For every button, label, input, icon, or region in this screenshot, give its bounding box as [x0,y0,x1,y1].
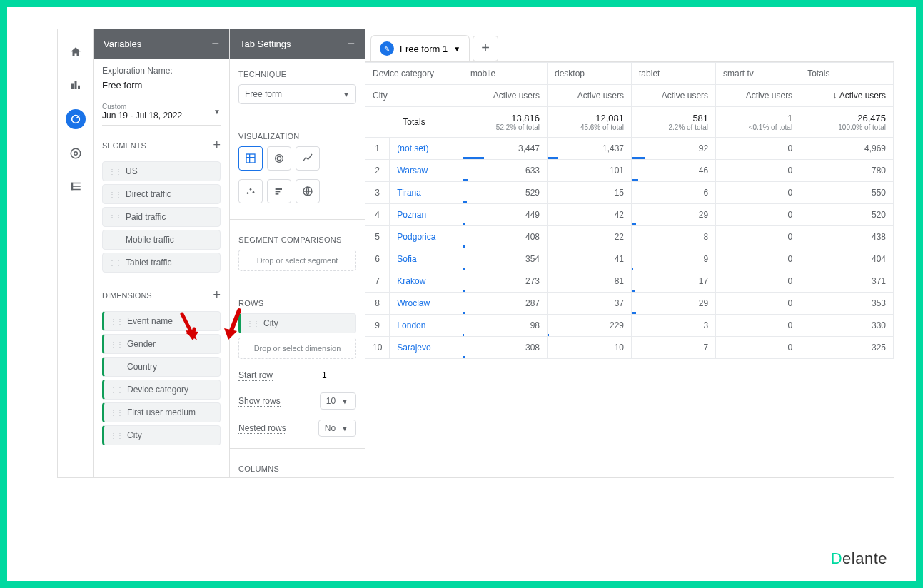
table-row[interactable]: 7Krakow27381170371 [365,270,894,293]
col-mobile[interactable]: mobile [463,63,547,85]
col-tablet[interactable]: tablet [632,63,716,85]
svg-rect-18 [276,188,282,190]
data-table: Device category mobile desktop tablet sm… [365,62,894,359]
svg-rect-19 [276,191,281,192]
dimension-chip[interactable]: ⋮⋮Gender [102,334,221,354]
table-row[interactable]: 10Sarajevo3081070325 [365,337,894,359]
exploration-name-value[interactable]: Free form [102,80,221,91]
segment-chip[interactable]: ⋮⋮Mobile traffic [102,230,221,250]
columns-label: COLUMNS [238,465,356,473]
table-row[interactable]: 8Wroclaw28737290353 [365,293,894,315]
variables-header: Variables − [94,29,229,59]
add-segment-button[interactable]: + [213,138,221,153]
segment-chip[interactable]: ⋮⋮US [102,161,221,181]
collapse-settings-icon[interactable]: − [347,36,355,51]
svg-rect-1 [74,81,76,89]
app-container: Variables − Exploration Name: Free form … [57,29,894,478]
tab-name: Free form 1 [400,44,448,54]
collapse-variables-icon[interactable]: − [211,36,219,51]
nav-explore-icon[interactable] [66,109,86,129]
seg-comp-label: SEGMENT COMPARISONS [238,235,356,244]
tab-freeform1[interactable]: ✎ Free form 1 ▼ [370,35,470,61]
technique-select[interactable]: Free form ▼ [238,84,356,104]
nested-rows-label: Nested rows [238,423,286,434]
nav-configure-icon[interactable] [67,178,84,195]
col-desktop[interactable]: desktop [547,63,631,85]
table-row[interactable]: 1(not set)3,4471,4379204,969 [365,138,894,160]
variables-panel: Variables − Exploration Name: Free form … [94,29,229,477]
totals-row: Totals13,81652.2% of total12,08145.6% of… [365,107,894,138]
table-row[interactable]: 9London9822930330 [365,315,894,337]
header-device-category: Device category [365,63,463,85]
dimension-chip[interactable]: ⋮⋮City [102,425,221,445]
show-rows-label: Show rows [238,396,281,407]
edit-tab-icon[interactable]: ✎ [380,41,394,56]
svg-rect-9 [71,183,73,191]
table-row[interactable]: 2Warsaw633101460780 [365,160,894,182]
col-totals[interactable]: Totals [800,63,894,85]
settings-header: Tab Settings − [230,29,365,59]
viz-geo-icon[interactable] [296,179,320,203]
nav-advertising-icon[interactable] [67,145,84,162]
date-range-label: Custom [102,103,182,111]
left-nav [58,29,94,477]
visualization-label: VISUALIZATION [238,132,356,141]
rows-chip-city[interactable]: ⋮⋮City [238,313,356,333]
dimension-chip[interactable]: ⋮⋮First user medium [102,402,221,422]
viz-donut-icon[interactable] [267,146,291,171]
svg-point-13 [276,155,283,163]
nav-home-icon[interactable] [67,44,84,61]
dimension-chip[interactable]: ⋮⋮Device category [102,380,221,400]
table-row[interactable]: 3Tirana5291560550 [365,182,894,204]
dimension-drop-zone[interactable]: Drop or select dimension [238,338,356,359]
add-dimension-button[interactable]: + [213,288,221,303]
svg-point-16 [250,188,252,191]
svg-point-4 [74,152,77,156]
dimensions-section-label: DIMENSIONS [102,291,152,300]
subheader-tablet[interactable]: Active users [632,85,716,107]
rows-label: ROWS [238,299,356,308]
subheader-smarttv[interactable]: Active users [716,85,800,107]
table-row[interactable]: 5Podgorica4082280438 [365,226,894,248]
table-row[interactable]: 6Sofia3544190404 [365,248,894,270]
viz-table-icon[interactable] [238,146,263,171]
svg-rect-20 [276,193,279,195]
segment-drop-zone[interactable]: Drop or select segment [238,250,356,271]
chevron-down-icon[interactable]: ▼ [453,45,460,53]
subheader-desktop[interactable]: Active users [547,85,631,107]
delante-logo: Delante [831,549,887,568]
date-range-value: Jun 19 - Jul 18, 2022 [102,111,182,121]
svg-point-15 [247,192,249,194]
dimension-chip[interactable]: ⋮⋮Country [102,357,221,377]
segment-chip[interactable]: ⋮⋮Tablet traffic [102,253,221,273]
dimension-chip[interactable]: ⋮⋮Event name [102,311,221,331]
col-smarttv[interactable]: smart tv [716,63,800,85]
segment-chip[interactable]: ⋮⋮Paid traffic [102,207,221,227]
svg-rect-2 [78,86,80,89]
nested-rows-select[interactable]: No▼ [318,420,356,437]
table-row[interactable]: 4Poznan44942290520 [365,204,894,226]
technique-label: TECHNIQUE [238,70,356,78]
start-row-input[interactable] [321,369,356,382]
header-city: City [365,85,463,107]
svg-point-14 [277,156,281,160]
subheader-totals[interactable]: Active users [800,85,894,107]
viz-scatter-icon[interactable] [238,179,263,203]
show-rows-select[interactable]: 10▼ [320,392,356,410]
start-row-label: Start row [238,370,273,381]
segment-chip[interactable]: ⋮⋮Direct traffic [102,184,221,204]
svg-point-5 [71,148,81,158]
nav-reports-icon[interactable] [67,76,84,93]
add-tab-button[interactable]: + [473,36,498,61]
chevron-down-icon: ▼ [343,91,350,98]
svg-point-17 [253,191,255,193]
subheader-mobile[interactable]: Active users [463,85,547,107]
viz-bar-icon[interactable] [267,179,291,203]
exploration-name-label: Exploration Name: [102,66,221,76]
segments-section-label: SEGMENTS [102,141,146,150]
technique-value: Free form [245,89,282,99]
svg-rect-10 [246,154,255,163]
viz-line-icon[interactable] [296,146,320,171]
main-area: ✎ Free form 1 ▼ + Device category mobile… [365,29,894,477]
date-range-picker[interactable]: Custom Jun 19 - Jul 18, 2022 ▼ [102,103,221,126]
